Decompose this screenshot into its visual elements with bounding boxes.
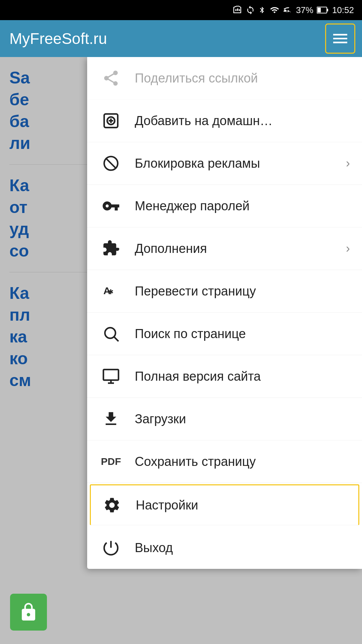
adblock-chevron: › <box>346 156 350 170</box>
status-bar: 37% 10:52 <box>0 0 362 20</box>
status-icons: 37% 10:52 <box>233 5 354 15</box>
extensions-chevron: › <box>346 241 350 256</box>
app-title: MyFreeSoft.ru <box>9 30 107 48</box>
menu-item-settings[interactable]: Настройки <box>90 484 359 525</box>
menu-item-passwords[interactable]: Менеджер паролей <box>87 185 362 227</box>
adblock-label: Блокировка рекламы <box>135 156 346 171</box>
svg-point-14 <box>105 328 116 338</box>
add-home-icon <box>99 109 123 132</box>
passwords-label: Менеджер паролей <box>135 199 350 213</box>
svg-rect-16 <box>104 370 119 380</box>
share-label: Поделиться ссылкой <box>135 71 350 86</box>
menu-item-find[interactable]: Поиск по странице <box>87 313 362 355</box>
pdf-icon: PDF <box>99 450 123 473</box>
svg-line-11 <box>106 158 116 169</box>
save-pdf-label: Сохранить страницу <box>135 454 350 469</box>
translate-label: Перевести страницу <box>135 284 350 299</box>
dropdown-menu: Поделиться ссылкой Добавить на домашн… <box>87 57 362 569</box>
battery-icon <box>317 6 329 14</box>
adblock-icon <box>99 152 123 175</box>
svg-rect-5 <box>327 9 328 11</box>
svg-rect-4 <box>317 8 321 12</box>
menu-button[interactable] <box>325 23 355 54</box>
sim-icon <box>233 5 242 15</box>
time: 10:52 <box>332 5 354 15</box>
svg-line-15 <box>114 337 118 341</box>
puzzle-icon <box>99 237 123 260</box>
svg-text:✱: ✱ <box>108 288 114 296</box>
page-content: Saбебали Каотудсо Каплкакосм Поделиться … <box>0 57 362 644</box>
extensions-label: Дополнения <box>135 241 346 256</box>
menu-item-adblock[interactable]: Блокировка рекламы › <box>87 142 362 185</box>
menu-item-save-pdf[interactable]: PDF Сохранить страницу <box>87 440 362 483</box>
menu-item-add-home[interactable]: Добавить на домашн… <box>87 100 362 142</box>
menu-item-exit[interactable]: Выход <box>87 527 362 569</box>
key-icon <box>99 194 123 218</box>
desktop-label: Полная версия сайта <box>135 369 350 384</box>
hamburger-icon <box>331 29 350 48</box>
wifi-icon <box>269 5 280 15</box>
menu-item-desktop[interactable]: Полная версия сайта <box>87 355 362 398</box>
exit-label: Выход <box>135 541 350 555</box>
app-bar: MyFreeSoft.ru <box>0 20 362 57</box>
menu-item-downloads[interactable]: Загрузки <box>87 398 362 440</box>
lock-icon <box>18 602 39 622</box>
menu-item-extensions[interactable]: Дополнения › <box>87 227 362 270</box>
find-label: Поиск по странице <box>135 327 350 341</box>
search-icon <box>99 322 123 345</box>
downloads-label: Загрузки <box>135 412 350 426</box>
desktop-icon <box>99 365 123 388</box>
menu-item-translate[interactable]: A ✱ Перевести страницу <box>87 270 362 313</box>
svg-rect-2 <box>239 9 240 11</box>
settings-icon <box>100 493 124 517</box>
svg-rect-0 <box>235 9 237 11</box>
settings-label: Настройки <box>136 498 349 513</box>
fab-lock-button[interactable] <box>10 594 47 631</box>
add-home-label: Добавить на домашн… <box>135 114 350 128</box>
menu-item-share[interactable]: Поделиться ссылкой <box>87 57 362 100</box>
bluetooth-icon <box>258 5 266 15</box>
pdf-text: PDF <box>101 456 121 467</box>
svg-rect-1 <box>237 8 238 11</box>
translate-icon: A ✱ <box>99 279 123 303</box>
share-icon <box>99 66 123 90</box>
battery-percent: 37% <box>296 5 313 15</box>
sync-icon <box>246 5 255 15</box>
download-icon <box>99 407 123 431</box>
power-icon <box>99 536 123 559</box>
signal-icon <box>283 5 293 15</box>
